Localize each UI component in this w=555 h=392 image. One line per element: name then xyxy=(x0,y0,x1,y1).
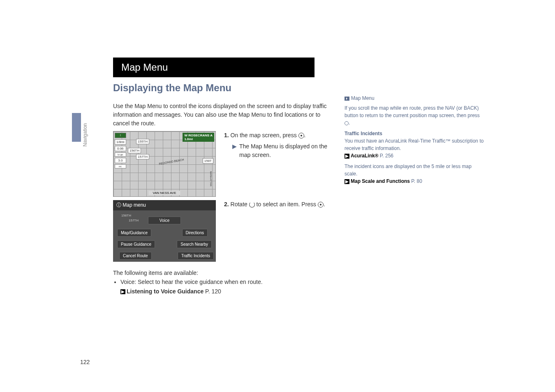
arrow-icon: ▶ xyxy=(232,142,237,159)
sidebar-notes: Map Menu If you scroll the map while en … xyxy=(345,95,484,188)
menu-screenshot: ⓘ Map menu 156TH 157TH Voice Map/Guidanc… xyxy=(113,200,216,262)
link-icon: ▶ xyxy=(345,154,349,159)
section-label: Navigation xyxy=(82,123,88,147)
step-1: 1. On the map screen, press . ▶ The Map … xyxy=(224,131,331,197)
press-icon xyxy=(298,133,304,138)
map-screenshot: ↑ 1/8mi 0:06 to go 3.0 mi. W ROSECRANS A… xyxy=(113,131,216,197)
step-2: 2. Rotate to select an item. Press . xyxy=(224,200,325,262)
intro-text: Use the Map Menu to control the icons di… xyxy=(113,102,335,128)
page-number: 122 xyxy=(80,359,90,365)
items-available: The following items are available: Voice… xyxy=(113,268,514,296)
page-subtitle: Displaying the Map Menu xyxy=(113,82,514,94)
sidebar-icon xyxy=(345,97,349,101)
rotate-icon xyxy=(249,202,255,208)
link-icon: ▶ xyxy=(120,289,125,294)
link-icon: ▶ xyxy=(345,179,349,184)
page-title: Map Menu xyxy=(113,58,314,77)
press-icon xyxy=(345,121,349,125)
press-icon xyxy=(318,202,324,208)
side-tab xyxy=(72,113,81,142)
